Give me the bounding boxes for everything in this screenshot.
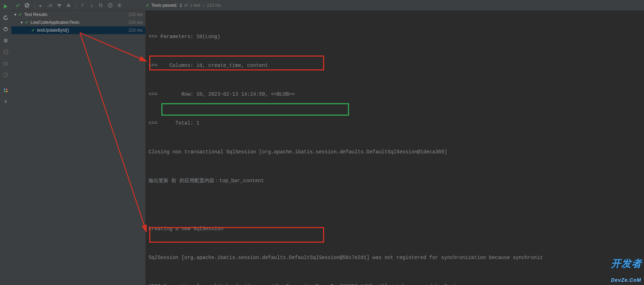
sort-duration-icon[interactable]: ↓⏱ [46, 1, 54, 10]
console-line: 输出更新 前 的应用配置内容：top_bar_content [149, 176, 641, 186]
status-total: 1 test [190, 3, 200, 8]
prev-failed-icon[interactable] [78, 1, 87, 10]
console-line: <== Row: 10, 2023-02-13 14:24:50, <<BLOB… [149, 90, 641, 99]
chevron-down-icon[interactable]: ▾ [21, 20, 24, 25]
watermark-text: 开发者 [611, 258, 642, 269]
status-mid: of [184, 3, 188, 8]
sort-alpha-icon[interactable]: ↓a [37, 1, 45, 10]
status-prefix: Tests passed: [151, 3, 177, 8]
console-line: <== Total: 1 [149, 118, 641, 128]
console-output[interactable]: ==> Parameters: 10(Long) <== Columns: id… [146, 11, 644, 285]
check-icon: ✔ [18, 12, 22, 17]
svg-point-17 [119, 5, 120, 6]
svg-point-6 [5, 63, 6, 64]
watermark-sub: DevZe.CoM [611, 277, 641, 283]
run-icon[interactable] [2, 3, 9, 10]
tree-class-time: 210 ms [129, 20, 143, 25]
tree-method-label: testUpdateById() [37, 28, 69, 33]
collapse-all-icon[interactable] [64, 1, 73, 10]
exit-icon[interactable] [2, 71, 9, 78]
toggle-auto-icon[interactable] [2, 26, 9, 33]
svg-line-13 [26, 4, 28, 7]
svg-text:↓⏱: ↓⏱ [47, 4, 52, 7]
history-icon[interactable] [106, 1, 114, 10]
rerun-failed-icon[interactable] [2, 14, 9, 21]
svg-rect-2 [4, 39, 7, 42]
check-icon: ✔ [31, 28, 35, 33]
layout-icon[interactable] [2, 48, 9, 56]
test-tree: ▾ ✔ Test Results 210 ms ▾ ✔ LowCodeAppli… [11, 11, 146, 285]
svg-marker-0 [4, 4, 7, 9]
show-ignored-toggle[interactable] [23, 1, 31, 10]
tool-icon-bar [0, 0, 11, 285]
console-line: SqlSession [org.apache.ibatis.session.de… [149, 253, 641, 263]
pin-icon[interactable] [2, 98, 9, 105]
check-icon: ✔ [146, 3, 149, 8]
stop-icon[interactable] [2, 37, 9, 44]
svg-rect-8 [4, 89, 5, 90]
settings-icon[interactable] [115, 1, 124, 10]
test-toolbar: ↓a ↓⏱ [11, 0, 644, 11]
tree-method-time: 210 ms [129, 28, 143, 33]
export-icon[interactable] [97, 1, 105, 10]
camera-icon[interactable] [2, 60, 9, 67]
svg-rect-11 [6, 91, 7, 92]
tree-root-time: 210 ms [129, 12, 143, 17]
tree-root[interactable]: ▾ ✔ Test Results 210 ms [11, 11, 145, 19]
tree-class[interactable]: ▾ ✔ LowCodeApplicationTests 210 ms [11, 19, 145, 26]
svg-rect-10 [4, 91, 5, 92]
test-status-line: ✔ Tests passed: 1 of 1 test – 210 ms [146, 0, 221, 11]
svg-rect-9 [6, 89, 7, 90]
console-line: Creating a new SqlSession [149, 224, 641, 234]
status-count: 1 [179, 3, 182, 8]
status-dash: – [202, 3, 205, 8]
tree-root-label: Test Results [24, 12, 47, 17]
svg-text:↓a: ↓a [38, 4, 42, 7]
tree-class-label: LowCodeApplicationTests [31, 20, 79, 25]
console-line: Closing non transactional SqlSession [or… [149, 147, 641, 157]
status-time: 210 ms [207, 3, 221, 8]
console-line: ==> Parameters: 10(Long) [149, 32, 641, 42]
grid-icon[interactable] [2, 87, 9, 94]
show-passed-toggle[interactable] [14, 1, 22, 10]
expand-all-icon[interactable] [55, 1, 64, 10]
tree-method[interactable]: ✔ testUpdateById() 210 ms [11, 26, 145, 34]
chevron-down-icon[interactable]: ▾ [14, 12, 18, 17]
svg-rect-5 [4, 62, 8, 65]
svg-rect-7 [4, 73, 7, 77]
check-icon: ✔ [25, 20, 28, 25]
watermark: 开发者 DevZe.CoM [611, 257, 642, 283]
next-failed-icon[interactable] [87, 1, 96, 10]
console-line: JDBC Connection [com.alibaba.druid.proxy… [149, 282, 641, 285]
console-line: <== Columns: id, create_time, content [149, 61, 641, 70]
